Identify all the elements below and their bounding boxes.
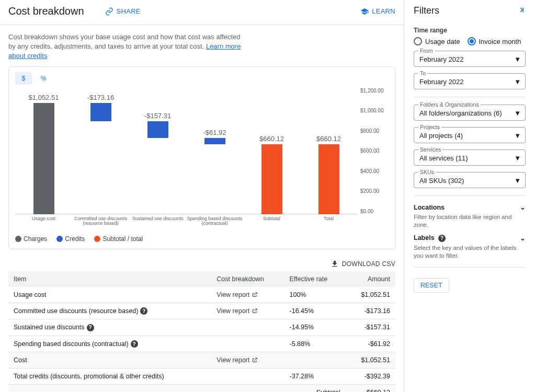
caret-down-icon: ▼ <box>514 131 521 139</box>
field-label: Folders & Organizations <box>418 101 481 108</box>
from-dropdown[interactable]: From February 2022 ▼ <box>414 51 526 67</box>
external-link-icon <box>252 308 258 314</box>
unit-tab-percent[interactable]: % <box>35 72 52 85</box>
cell-amount: -$157.31 <box>346 319 395 336</box>
table-row: Spending based discounts (contractual)? … <box>8 336 395 352</box>
cell-amount: -$173.16 <box>346 303 395 319</box>
field-value: February 2022 <box>419 78 464 86</box>
chart-category-label: Usage cost <box>15 216 73 222</box>
share-icon <box>105 7 113 16</box>
view-report-link[interactable]: View report <box>217 291 258 298</box>
chart-bar-label: -$61.92 <box>203 129 226 136</box>
cell-amount: -$392.39 <box>346 368 395 385</box>
chart-bar[interactable] <box>261 144 282 214</box>
to-dropdown[interactable]: To February 2022 ▼ <box>414 73 526 89</box>
caret-down-icon: ▼ <box>514 154 521 162</box>
cell-item: Total credits (discounts, promotional & … <box>8 368 211 385</box>
view-report-link[interactable]: View report <box>217 307 258 315</box>
download-label: DOWNLOAD CSV <box>342 260 395 268</box>
chart-bar[interactable] <box>147 121 168 138</box>
cell-amount: $660.12 <box>346 385 395 392</box>
field-value: February 2022 <box>419 55 464 63</box>
accordion-label: Labels ? <box>414 234 446 242</box>
filters-title: Filters <box>414 5 439 16</box>
chart-category-label: Total <box>300 216 358 222</box>
waterfall-chart: $1,052.51Usage cost-$173.16Committed use… <box>15 88 389 224</box>
cell-label: Subtotal <box>284 385 346 392</box>
table-row: Committed use discounts (resource based)… <box>8 303 395 319</box>
legend-credits: Credits <box>56 235 85 243</box>
cell-rate: -37.28% <box>284 368 346 385</box>
field-label: SKUs <box>418 169 436 175</box>
chart-category-label: Sustained use discounts <box>129 216 187 222</box>
field-value: All folders/organizations (6) <box>419 109 502 117</box>
field-value: All services (11) <box>419 154 468 162</box>
field-label: Services <box>418 146 442 153</box>
cell-item: Sustained use discounts? <box>8 319 211 336</box>
radio-usage-date[interactable]: Usage date <box>414 37 460 45</box>
cell-rate: -14.95% <box>284 319 346 336</box>
chart-card: $ % $1,052.51Usage cost-$173.16Committed… <box>8 66 395 249</box>
learn-button[interactable]: LEARN <box>360 7 395 16</box>
skus-dropdown[interactable]: SKUs All SKUs (302) ▼ <box>414 172 526 188</box>
cell-item: Usage cost <box>8 287 211 303</box>
table-row: Sustained use discounts? -14.95% -$157.3… <box>8 319 395 336</box>
caret-down-icon: ▼ <box>514 55 521 63</box>
cell-rate: -16.45% <box>284 303 346 319</box>
col-item: Item <box>8 271 211 287</box>
external-link-icon <box>252 357 258 363</box>
cell-item: Committed use discounts (resource based)… <box>8 303 211 319</box>
help-icon[interactable]: ? <box>131 340 138 348</box>
radio-label: Invoice month <box>479 38 521 45</box>
cell-rate: 100% <box>284 287 346 303</box>
help-icon[interactable]: ? <box>87 324 94 331</box>
folders-dropdown[interactable]: Folders & Organizations All folders/orga… <box>414 105 526 121</box>
graduation-cap-icon <box>360 7 369 16</box>
page-title: Cost breakdown <box>8 5 84 17</box>
chart-bar[interactable] <box>90 103 111 121</box>
cell-rate: -5.88% <box>284 336 346 352</box>
projects-dropdown[interactable]: Projects All projects (4) ▼ <box>414 127 526 143</box>
collapse-filters-icon[interactable] <box>517 6 526 16</box>
caret-down-icon: ▼ <box>514 77 521 85</box>
share-label: SHARE <box>117 7 141 15</box>
help-icon[interactable]: ? <box>140 307 147 315</box>
field-label: To <box>418 70 427 76</box>
table-row: Cost View report $1,052.51 <box>8 352 395 368</box>
labels-accordion[interactable]: Labels ? ⌄ <box>414 234 526 242</box>
chart-bar[interactable] <box>318 144 339 214</box>
caret-down-icon: ▼ <box>514 176 521 184</box>
reset-button[interactable]: RESET <box>414 278 449 293</box>
download-csv-button[interactable]: DOWNLOAD CSV <box>331 260 395 268</box>
chart-bar[interactable] <box>204 138 225 144</box>
external-link-icon <box>252 292 258 298</box>
locations-accordion[interactable]: Locations ⌄ <box>414 203 526 211</box>
help-icon[interactable]: ? <box>438 235 446 242</box>
chart-bar-label: -$173.16 <box>87 94 114 101</box>
radio-invoice-month[interactable]: Invoice month <box>468 37 521 45</box>
accordion-label: Locations <box>414 204 445 211</box>
chart-bar-label: -$157.31 <box>144 112 171 120</box>
chart-bar[interactable] <box>33 103 54 214</box>
download-icon <box>331 260 339 268</box>
chart-bar-label: $660.12 <box>259 135 284 143</box>
field-value: All SKUs (302) <box>419 177 464 185</box>
chevron-down-icon: ⌄ <box>520 234 526 242</box>
legend-subtotal: Subtotal / total <box>94 235 143 243</box>
view-report-link[interactable]: View report <box>217 356 258 364</box>
col-amount: Amount <box>346 271 395 287</box>
chart-category-label: Subtotal <box>243 216 301 222</box>
page-description: Cost breakdown shows your base usage cos… <box>0 25 251 66</box>
table-row: Usage cost View report 100% $1,052.51 <box>8 287 395 303</box>
field-value: All projects (4) <box>419 132 463 140</box>
cost-table: Item Cost breakdown Effective rate Amoun… <box>8 271 395 392</box>
col-breakdown: Cost breakdown <box>211 271 284 287</box>
time-range-label: Time range <box>414 27 526 34</box>
chevron-down-icon: ⌄ <box>520 203 526 211</box>
chart-category-label: Committed use discounts (resource based) <box>72 216 130 227</box>
col-rate: Effective rate <box>284 271 346 287</box>
share-button[interactable]: SHARE <box>105 7 141 16</box>
legend-charges: Charges <box>15 235 47 243</box>
unit-tab-dollar[interactable]: $ <box>15 72 32 85</box>
services-dropdown[interactable]: Services All services (11) ▼ <box>414 149 526 166</box>
